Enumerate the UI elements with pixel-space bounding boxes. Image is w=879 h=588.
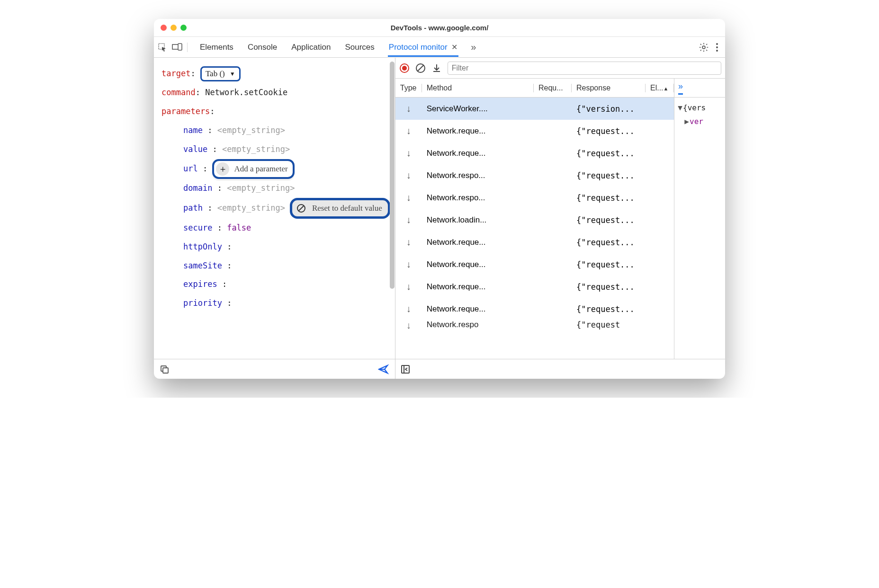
cell-response: {"request... [572, 304, 646, 314]
clear-icon[interactable] [415, 63, 426, 73]
cell-method: Network.respo... [422, 193, 534, 203]
cell-method: Network.reque... [422, 260, 534, 269]
tab-application[interactable]: Application [290, 38, 332, 57]
table-row[interactable]: ↓Network.respo...{"request... [395, 164, 674, 187]
record-icon[interactable] [399, 63, 410, 73]
param-expires[interactable]: expires [183, 279, 217, 289]
cell-response: {"request... [572, 126, 646, 136]
target-select[interactable]: Tab () ▼ [200, 66, 241, 81]
command-label: command [161, 88, 196, 97]
arrow-down-icon: ↓ [406, 303, 411, 314]
scrollbar-thumb[interactable] [390, 62, 395, 289]
table-row[interactable]: ↓Network.reque...{"request... [395, 253, 674, 276]
cell-method: Network.reque... [422, 149, 534, 158]
param-path[interactable]: path [183, 199, 203, 218]
window-titlebar: DevTools - www.google.com/ [154, 19, 725, 37]
protocol-log-panel: Type Method Requ... Response El...▲ ↓Ser… [395, 58, 725, 379]
svg-point-3 [702, 46, 705, 49]
arrow-down-icon: ↓ [406, 103, 411, 114]
copy-icon[interactable] [160, 365, 169, 374]
expand-caret-icon[interactable]: ▶ [684, 115, 690, 129]
cell-response: {"request... [572, 282, 646, 292]
window-controls [154, 25, 187, 31]
svg-line-15 [418, 65, 423, 71]
expand-caret-icon[interactable]: ▼ [677, 101, 683, 115]
table-row[interactable]: ↓Network.respo{"request [395, 320, 674, 330]
kebab-menu-icon[interactable] [716, 43, 718, 52]
col-elapsed[interactable]: El...▲ [646, 84, 674, 92]
param-name[interactable]: name [183, 125, 203, 135]
request-editor-panel: target: Tab () ▼ command: Network.setCoo… [154, 58, 395, 379]
cell-method: Network.respo... [422, 171, 534, 180]
param-httpOnly[interactable]: httpOnly [183, 242, 222, 251]
cell-method: Network.reque... [422, 238, 534, 247]
device-toolbar-icon[interactable] [172, 43, 182, 52]
tab-elements[interactable]: Elements [199, 38, 234, 57]
editor-footer [154, 359, 395, 379]
arrow-down-icon: ↓ [406, 192, 411, 203]
cell-method: Network.reque... [422, 126, 534, 136]
table-row[interactable]: ↓Network.respo...{"request... [395, 187, 674, 209]
inspector-more-tabs[interactable]: » [678, 81, 683, 95]
svg-point-4 [716, 43, 718, 45]
arrow-down-icon: ↓ [406, 237, 411, 247]
table-row[interactable]: ↓Network.reque...{"request... [395, 276, 674, 298]
cell-method: Network.reque... [422, 304, 534, 314]
param-domain[interactable]: domain [183, 183, 212, 193]
close-tab-icon[interactable]: ✕ [451, 43, 457, 51]
cell-method: ServiceWorker.... [422, 104, 534, 114]
table-row[interactable]: ↓Network.reque...{"request... [395, 231, 674, 253]
tab-console[interactable]: Console [247, 38, 278, 57]
arrow-down-icon: ↓ [406, 259, 411, 269]
table-row[interactable]: ↓Network.loadin...{"request... [395, 209, 674, 231]
reset-to-default-button[interactable]: Reset to default value [290, 198, 390, 219]
log-footer [395, 359, 725, 379]
devtools-toolbar: Elements Console Application Sources Pro… [154, 37, 725, 58]
param-sameSite[interactable]: sameSite [183, 261, 222, 270]
table-row[interactable]: ↓Network.reque...{"request... [395, 298, 674, 320]
add-parameter-button[interactable]: ＋ Add a parameter [212, 159, 294, 179]
svg-point-6 [716, 50, 718, 52]
svg-rect-10 [163, 368, 168, 373]
minimize-window-button[interactable] [170, 25, 177, 31]
cell-response: {"request... [572, 149, 646, 158]
cell-response: {"request... [572, 193, 646, 203]
plus-icon: ＋ [216, 162, 229, 176]
cell-response: {"version... [572, 104, 646, 114]
filter-input[interactable] [448, 62, 721, 75]
response-inspector: » ▼{{versvers ▶ver [674, 79, 725, 359]
col-type[interactable]: Type [395, 84, 422, 92]
cell-method: Network.reque... [422, 282, 534, 292]
download-icon[interactable] [431, 63, 442, 73]
arrow-down-icon: ↓ [406, 281, 411, 292]
arrow-down-icon: ↓ [406, 125, 411, 136]
tab-protocol-monitor[interactable]: Protocol monitor ✕ [388, 38, 459, 57]
table-row[interactable]: ↓Network.reque...{"request... [395, 120, 674, 142]
more-tabs-icon[interactable]: » [471, 42, 476, 53]
cell-response: {"request... [572, 171, 646, 180]
command-value[interactable]: Network.setCookie [205, 88, 287, 97]
collapse-panel-icon[interactable] [400, 364, 411, 374]
param-value[interactable]: value [183, 144, 207, 154]
tab-sources[interactable]: Sources [344, 38, 375, 57]
param-priority[interactable]: priority [183, 298, 222, 308]
table-row[interactable]: ↓ServiceWorker....{"version... [395, 98, 674, 120]
cell-response: {"request... [572, 238, 646, 247]
col-request[interactable]: Requ... [534, 84, 572, 92]
inspect-element-icon[interactable] [158, 43, 167, 52]
col-method[interactable]: Method [422, 84, 534, 92]
panel-tabs: Elements Console Application Sources Pro… [190, 38, 696, 57]
param-url[interactable]: url [183, 160, 198, 178]
table-header: Type Method Requ... Response El...▲ [395, 79, 674, 98]
col-response[interactable]: Response [572, 84, 646, 92]
cell-response: {"request... [572, 215, 646, 225]
param-secure[interactable]: secure [183, 223, 212, 232]
svg-rect-2 [178, 44, 182, 50]
maximize-window-button[interactable] [180, 25, 187, 31]
arrow-down-icon: ↓ [406, 148, 411, 158]
gear-icon[interactable] [699, 42, 709, 53]
chevron-down-icon: ▼ [230, 70, 235, 78]
close-window-button[interactable] [161, 25, 167, 31]
table-row[interactable]: ↓Network.reque...{"request... [395, 142, 674, 164]
send-icon[interactable] [378, 364, 389, 374]
